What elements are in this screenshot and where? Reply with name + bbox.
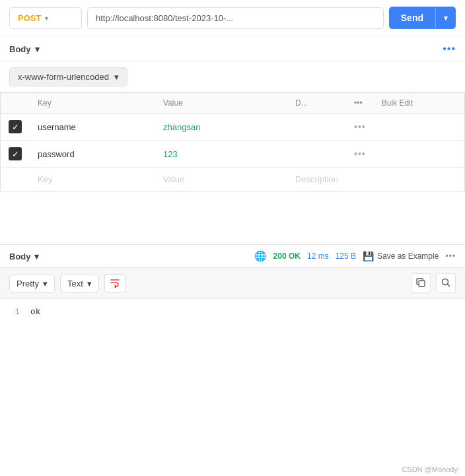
table-header-check	[1, 93, 30, 114]
row2-dots-cell[interactable]: •••	[346, 141, 374, 168]
response-body-label: Body	[9, 252, 31, 261]
search-button[interactable]	[436, 273, 456, 293]
url-input[interactable]: http://localhost:8080/test-2023-10-...	[87, 7, 384, 29]
pretty-select[interactable]: Pretty ▾	[9, 275, 55, 292]
spacer	[0, 191, 465, 244]
method-label: POST	[18, 13, 41, 23]
pretty-chevron-icon: ▾	[43, 279, 48, 289]
response-content: 1 ok	[0, 299, 465, 325]
response-body-chevron-icon: ▾	[34, 252, 39, 261]
row2-desc-cell[interactable]	[287, 141, 346, 168]
response-size: 125 B	[336, 252, 356, 261]
response-time: 12 ms	[307, 252, 329, 261]
row2-checkbox[interactable]: ✓	[9, 147, 22, 160]
pretty-label: Pretty	[17, 279, 39, 289]
table-header-value: Value	[155, 93, 287, 114]
content-type-row: x-www-form-urlencoded ▾	[0, 62, 465, 92]
check-icon: ✓	[12, 123, 19, 131]
search-icon	[441, 277, 451, 290]
wrap-button[interactable]	[104, 274, 125, 292]
method-select[interactable]: POST ▾	[9, 7, 82, 29]
format-toolbar: Pretty ▾ Text ▾	[0, 268, 465, 299]
response-bar: Body ▾ 🌐 200 OK 12 ms 125 B 💾 Save as Ex…	[0, 244, 465, 268]
body-section-header: Body ▾ •••	[0, 36, 465, 62]
globe-icon: 🌐	[254, 250, 267, 262]
value-placeholder: Value	[163, 174, 184, 184]
top-toolbar: POST ▾ http://localhost:8080/test-2023-1…	[0, 0, 465, 36]
key-placeholder: Key	[38, 174, 52, 184]
row1-checkbox[interactable]: ✓	[9, 120, 22, 133]
response-body-toggle[interactable]: Body ▾	[9, 252, 39, 261]
empty-row: Key Value Description	[1, 168, 465, 191]
row2-check-cell[interactable]: ✓	[1, 141, 30, 168]
check-icon: ✓	[12, 150, 19, 158]
body-toggle[interactable]: Body ▾	[9, 44, 40, 54]
table-row: ✓ username zhangsan •••	[1, 114, 465, 141]
send-button[interactable]: Send ▾	[389, 7, 456, 29]
table-row: ✓ password 123 •••	[1, 141, 465, 168]
table-header-key: Key	[30, 93, 155, 114]
svg-rect-0	[419, 281, 425, 287]
save-example-button[interactable]: 💾 Save as Example	[363, 251, 439, 261]
empty-last-cell	[374, 168, 465, 191]
empty-desc-cell[interactable]: Description	[287, 168, 346, 191]
body-options-button[interactable]: •••	[443, 43, 456, 55]
send-label: Send	[389, 7, 435, 29]
response-value: ok	[30, 307, 41, 317]
table-header-desc: D...	[287, 93, 346, 114]
copy-button[interactable]	[411, 273, 431, 293]
response-options-button[interactable]: •••	[445, 252, 456, 261]
row2-value-cell[interactable]: 123	[155, 141, 287, 168]
table-header-dots: •••	[346, 93, 374, 114]
body-chevron-icon: ▾	[35, 44, 40, 54]
content-type-label: x-www-form-urlencoded	[18, 72, 109, 82]
save-example-label: Save as Example	[377, 252, 439, 261]
empty-value-cell[interactable]: Value	[155, 168, 287, 191]
wrap-icon	[110, 277, 120, 290]
params-table: Key Value D... ••• Bulk Edit ✓ username …	[0, 92, 465, 191]
row1-value-cell[interactable]: zhangsan	[155, 114, 287, 141]
text-select[interactable]: Text ▾	[60, 275, 99, 292]
response-meta: 🌐 200 OK 12 ms 125 B 💾 Save as Example •…	[254, 250, 456, 262]
row1-dots-cell[interactable]: •••	[346, 114, 374, 141]
text-label: Text	[67, 279, 83, 289]
bulk-edit-button[interactable]: Bulk Edit	[374, 93, 465, 114]
desc-placeholder: Description	[295, 174, 338, 184]
response-status: 200 OK	[273, 252, 301, 261]
row1-desc-cell[interactable]	[287, 114, 346, 141]
empty-check-cell	[1, 168, 30, 191]
row2-options-icon: •••	[354, 149, 366, 159]
icon-buttons	[411, 273, 456, 293]
content-type-chevron-icon: ▾	[114, 72, 119, 82]
row1-empty-cell	[374, 114, 465, 141]
row2-empty-cell	[374, 141, 465, 168]
line-number: 1	[9, 307, 20, 317]
text-chevron-icon: ▾	[87, 279, 92, 289]
save-icon: 💾	[363, 251, 374, 261]
body-label-text: Body	[9, 44, 31, 54]
row1-key-cell[interactable]: username	[30, 114, 155, 141]
row2-key-cell[interactable]: password	[30, 141, 155, 168]
empty-key-cell[interactable]: Key	[30, 168, 155, 191]
empty-dots-cell	[346, 168, 374, 191]
row1-check-cell[interactable]: ✓	[1, 114, 30, 141]
row1-options-icon: •••	[354, 121, 366, 132]
content-type-select[interactable]: x-www-form-urlencoded ▾	[9, 67, 127, 86]
send-chevron-icon: ▾	[435, 8, 456, 28]
copy-icon	[415, 277, 426, 290]
method-chevron-icon: ▾	[45, 15, 48, 22]
